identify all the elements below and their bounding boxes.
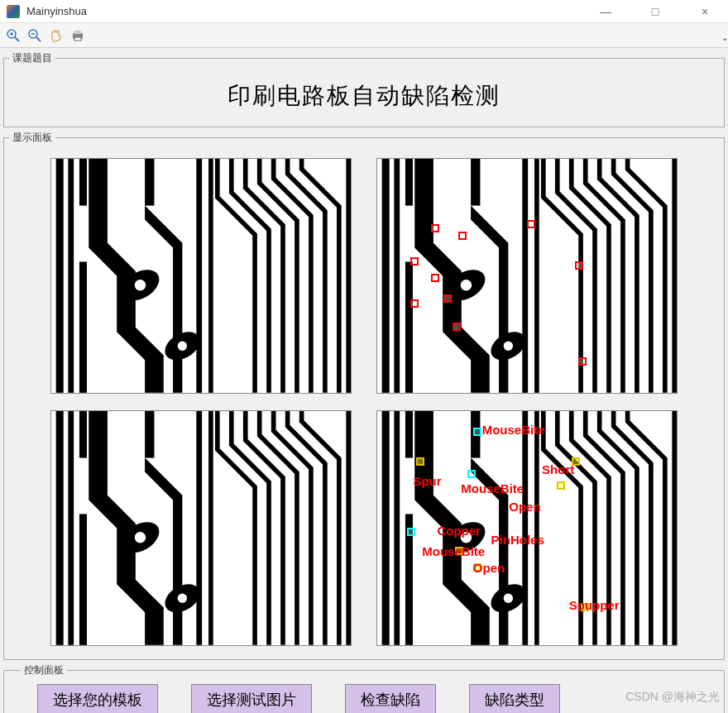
button-row: 选择您的模板 选择测试图片 检查缺陷 缺陷类型 <box>21 684 707 713</box>
defect-label: MouseBite <box>422 544 485 558</box>
svg-rect-61 <box>672 411 677 645</box>
svg-rect-14 <box>79 261 87 392</box>
zoom-in-icon[interactable] <box>5 27 22 44</box>
defect-label: Spupper <box>569 598 620 612</box>
defect-box <box>467 470 476 478</box>
titlebar: Mainyinshua — □ × <box>0 0 728 23</box>
svg-rect-27 <box>405 261 413 392</box>
defect-box <box>578 357 587 366</box>
defect-box <box>527 220 535 228</box>
image-grid: MouseBiteSpurMouseBiteShortOpenCopperPin… <box>9 150 719 654</box>
defect-label: MouseBite <box>461 481 524 495</box>
svg-point-17 <box>135 280 146 291</box>
svg-rect-59 <box>522 411 528 645</box>
window-title: Mainyinshua <box>26 5 589 17</box>
template-image <box>50 158 352 394</box>
defect-box <box>410 299 419 308</box>
resize-handle-icon: ⌄ <box>721 33 726 38</box>
svg-rect-39 <box>79 411 87 458</box>
svg-line-5 <box>36 37 41 41</box>
toolbar <box>0 23 728 48</box>
defect-label: Short <box>542 462 574 476</box>
print-icon[interactable] <box>69 27 86 44</box>
defect-box <box>557 481 565 490</box>
defect-label: Copper <box>437 524 481 538</box>
test-image <box>50 410 352 646</box>
svg-point-43 <box>135 532 146 543</box>
svg-rect-28 <box>471 159 480 206</box>
svg-point-19 <box>178 342 187 351</box>
maximize-button[interactable]: □ <box>639 5 672 18</box>
svg-rect-48 <box>346 411 351 645</box>
svg-rect-26 <box>405 159 413 206</box>
svg-rect-40 <box>79 514 87 644</box>
defect-label: Open <box>509 500 540 514</box>
svg-rect-13 <box>79 159 87 206</box>
svg-rect-25 <box>394 159 400 393</box>
defect-label: MouseBite <box>482 423 545 437</box>
svg-rect-37 <box>56 411 64 645</box>
select-template-button[interactable]: 选择您的模板 <box>37 684 158 713</box>
svg-rect-9 <box>74 37 81 41</box>
svg-point-32 <box>504 342 513 351</box>
svg-rect-8 <box>74 31 81 34</box>
svg-rect-46 <box>196 411 202 645</box>
svg-rect-15 <box>145 159 154 206</box>
app-icon <box>7 5 20 18</box>
defect-box <box>410 257 419 266</box>
defect-box <box>416 457 424 466</box>
svg-point-30 <box>461 280 472 291</box>
defect-box <box>575 261 583 270</box>
defect-box <box>431 274 439 282</box>
svg-rect-11 <box>56 159 64 393</box>
select-test-button[interactable]: 选择测试图片 <box>191 684 312 713</box>
svg-line-1 <box>15 37 19 41</box>
svg-rect-24 <box>382 159 390 393</box>
svg-rect-35 <box>672 159 677 393</box>
main-area: 课题题目 印刷电路板自动缺陷检测 显示面板 <box>0 48 728 713</box>
svg-rect-20 <box>196 159 202 393</box>
close-button[interactable]: × <box>688 5 721 18</box>
svg-rect-12 <box>68 159 74 393</box>
svg-rect-38 <box>68 411 74 645</box>
defect-box <box>453 323 461 331</box>
svg-rect-33 <box>522 159 528 393</box>
defect-box <box>443 294 452 303</box>
svg-rect-21 <box>208 159 213 393</box>
control-panel: 控制面板 选择您的模板 选择测试图片 检查缺陷 缺陷类型 <box>3 663 725 713</box>
zoom-out-icon[interactable] <box>26 27 43 44</box>
svg-rect-51 <box>394 411 400 645</box>
window-controls: — □ × <box>589 5 721 18</box>
svg-rect-22 <box>346 159 351 393</box>
defect-label: Open <box>473 561 505 575</box>
check-defect-button[interactable]: 检查缺陷 <box>345 684 436 713</box>
control-legend: 控制面板 <box>21 663 67 677</box>
svg-rect-34 <box>534 159 539 393</box>
result-image: MouseBiteSpurMouseBiteShortOpenCopperPin… <box>376 410 678 646</box>
svg-point-45 <box>178 593 187 602</box>
svg-rect-50 <box>382 411 390 645</box>
defect-box <box>431 224 439 232</box>
display-legend: 显示面板 <box>9 131 55 145</box>
svg-rect-60 <box>534 411 539 645</box>
defect-label: Spur <box>413 474 441 488</box>
svg-point-58 <box>504 593 513 602</box>
page-title: 印刷电路板自动缺陷检测 <box>9 80 719 112</box>
minimize-button[interactable]: — <box>589 5 622 18</box>
title-legend: 课题题目 <box>9 51 55 65</box>
svg-rect-47 <box>208 411 213 645</box>
defect-box <box>473 428 481 436</box>
test-image-boxed <box>376 158 678 394</box>
defect-box <box>458 232 467 240</box>
svg-rect-41 <box>145 411 154 458</box>
title-panel: 课题题目 印刷电路板自动缺陷检测 <box>3 51 725 127</box>
defect-box <box>407 528 415 536</box>
defect-type-button[interactable]: 缺陷类型 <box>469 684 560 713</box>
svg-rect-52 <box>405 411 413 458</box>
display-panel: 显示面板 <box>3 131 725 660</box>
pan-icon[interactable] <box>48 27 65 44</box>
defect-label: PinHoles <box>491 533 544 547</box>
